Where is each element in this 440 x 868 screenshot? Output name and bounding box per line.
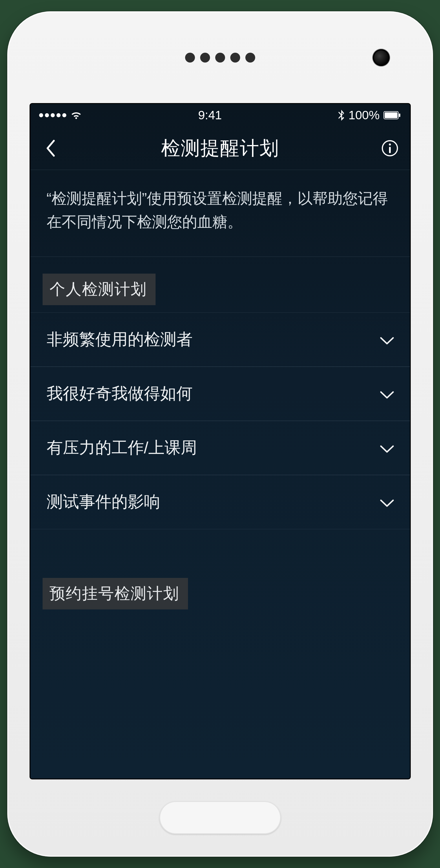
svg-point-4 <box>389 143 391 145</box>
chevron-down-icon <box>379 384 395 403</box>
row-event-impact[interactable]: 测试事件的影响 <box>30 475 410 529</box>
chevron-down-icon <box>379 439 395 458</box>
status-bar: 9:41 100% <box>30 104 410 126</box>
back-button[interactable] <box>40 138 61 158</box>
row-stressful-week[interactable]: 有压力的工作/上课周 <box>30 421 410 475</box>
chevron-left-icon <box>45 140 56 157</box>
speaker-grille <box>185 53 255 63</box>
svg-rect-2 <box>399 114 400 117</box>
section-header-appointment: 预约挂号检测计划 <box>42 578 188 610</box>
phone-forehead <box>7 11 433 104</box>
phone-frame: 9:41 100% 检测提醒计划 <box>7 11 433 857</box>
info-button[interactable] <box>380 138 400 158</box>
status-left <box>39 111 82 120</box>
app-root: 9:41 100% 检测提醒计划 <box>30 104 410 778</box>
section-personal: 个人检测计划 非频繁使用的检测者 我很好奇我做得如何 有压力的工作/上课周 <box>30 257 410 529</box>
signal-dots-icon <box>39 113 66 117</box>
row-label: 有压力的工作/上课周 <box>47 437 197 459</box>
chevron-down-icon <box>379 493 395 512</box>
battery-percent: 100% <box>349 108 379 122</box>
chevron-down-icon <box>379 330 395 349</box>
nav-bar: 检测提醒计划 <box>30 126 410 170</box>
wifi-icon <box>70 111 82 120</box>
home-button[interactable] <box>159 801 281 834</box>
svg-rect-1 <box>385 112 398 118</box>
info-icon <box>381 140 398 157</box>
description-text: “检测提醒计划”使用预设置检测提醒，以帮助您记得在不同情况下检测您的血糖。 <box>30 170 410 257</box>
status-time: 9:41 <box>198 108 222 122</box>
row-label: 我很好奇我做得如何 <box>47 383 193 405</box>
row-label: 非频繁使用的检测者 <box>47 329 193 351</box>
status-right: 100% <box>338 108 401 122</box>
section-appointment: 预约挂号检测计划 <box>30 561 410 617</box>
section-header-personal: 个人检测计划 <box>42 274 155 305</box>
phone-chin <box>7 778 433 857</box>
battery-icon <box>383 111 401 119</box>
svg-rect-5 <box>389 147 391 153</box>
front-camera <box>373 49 390 66</box>
phone-screen: 9:41 100% 检测提醒计划 <box>30 104 410 778</box>
page-title: 检测提醒计划 <box>161 135 279 161</box>
row-label: 测试事件的影响 <box>47 491 160 513</box>
row-curious-how-doing[interactable]: 我很好奇我做得如何 <box>30 367 410 421</box>
row-infrequent-tester[interactable]: 非频繁使用的检测者 <box>30 312 410 367</box>
bluetooth-icon <box>338 110 344 121</box>
